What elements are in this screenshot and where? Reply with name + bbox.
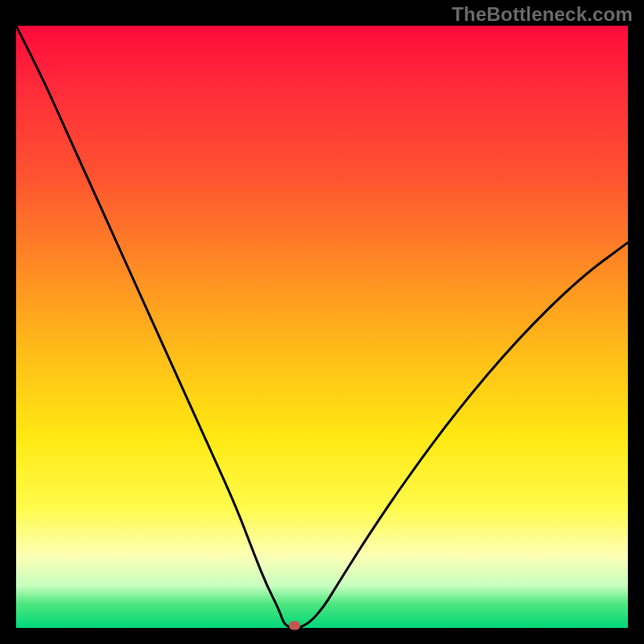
curve-svg [16,26,628,628]
curve-path [16,26,628,628]
chart-frame: TheBottleneck.com [0,0,644,644]
plot-area [16,26,628,628]
watermark-text: TheBottleneck.com [452,3,633,26]
minimum-marker [289,621,300,630]
